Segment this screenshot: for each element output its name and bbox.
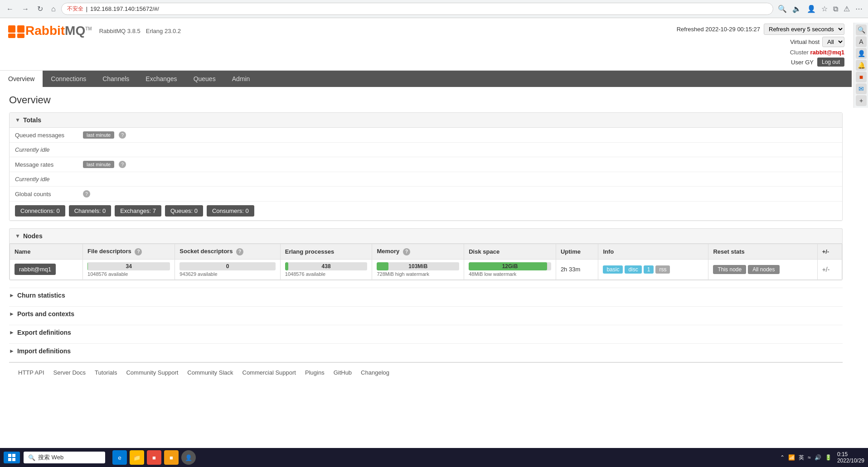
favorites-btn[interactable]: ☆ [820, 3, 829, 15]
totals-section: ▼ Totals Queued messages last minute ? C… [9, 112, 843, 221]
svg-rect-2 [8, 34, 15, 38]
totals-arrow: ▼ [15, 117, 20, 123]
consumers-count-btn[interactable]: Consumers: 0 [207, 205, 254, 217]
memory-bar: 103MiB [377, 262, 459, 270]
forward-button[interactable]: → [19, 3, 32, 15]
memory-help[interactable]: ? [403, 248, 410, 255]
logout-button[interactable]: Log out [817, 58, 844, 67]
reset-buttons: This node All nodes [713, 265, 812, 274]
tag-disc[interactable]: disc [625, 265, 641, 274]
tab-admin[interactable]: Admin [224, 71, 258, 87]
ext-notification-icon[interactable]: 🔔 [856, 60, 867, 71]
collapsibles: ► Churn statistics ► Ports and contexts … [9, 288, 843, 358]
footer-commercial-support[interactable]: Commercial Support [242, 369, 296, 376]
footer-github[interactable]: GitHub [334, 369, 352, 376]
node-row: rabbit@mq1 34 1048576 available [10, 259, 842, 279]
tab-exchanges[interactable]: Exchanges [137, 71, 185, 87]
ext-plus-icon[interactable]: + [856, 95, 867, 106]
info-tags: basic disc 1 rss [603, 265, 703, 274]
totals-title: Totals [23, 116, 41, 124]
queued-messages-status-row: Currently idle [10, 143, 842, 157]
search-icon-btn[interactable]: 🔍 [776, 3, 789, 15]
disk-bar: 12GiB [469, 262, 551, 270]
logo-area: RabbitMQTM RabbitMQ 3.8.5 Erlang 23.0.2 [7, 22, 181, 40]
menu-btn[interactable]: ⋯ [853, 3, 864, 15]
queued-messages-row: Queued messages last minute ? [10, 128, 842, 143]
logo-tm: TM [85, 26, 92, 31]
socket-desc-help[interactable]: ? [236, 248, 243, 255]
ext-office-icon[interactable]: ■ [856, 72, 867, 82]
tag-1[interactable]: 1 [644, 265, 654, 274]
ext-search-icon[interactable]: 🔍 [856, 24, 867, 35]
export-definitions-header[interactable]: ► Export definitions [9, 325, 843, 340]
channels-count-btn[interactable]: Channels: 0 [69, 205, 111, 217]
ext-mail-icon[interactable]: ✉ [856, 83, 867, 94]
ports-contexts-header[interactable]: ► Ports and contexts [9, 306, 843, 321]
queued-messages-help[interactable]: ? [119, 131, 126, 139]
queues-count-btn[interactable]: Queues: 0 [165, 205, 203, 217]
tab-queues[interactable]: Queues [185, 71, 224, 87]
footer-plugins[interactable]: Plugins [305, 369, 325, 376]
tag-basic[interactable]: basic [603, 265, 623, 274]
nodes-header[interactable]: ▼ Nodes [9, 228, 843, 243]
footer-changelog[interactable]: Changelog [361, 369, 389, 376]
refresh-button[interactable]: ↻ [34, 3, 46, 15]
file-desc-value: 34 [87, 262, 170, 270]
tab-overview[interactable]: Overview [0, 71, 43, 87]
ext-translate-icon[interactable]: A [856, 36, 867, 47]
erlang-proc-cell: 438 1048576 available [280, 259, 372, 279]
message-rates-badge[interactable]: last minute [83, 161, 114, 168]
nodes-table-head: Name File descriptors ? Socket descripto… [10, 244, 842, 260]
footer-server-docs[interactable]: Server Docs [53, 369, 86, 376]
footer-community-slack[interactable]: Community Slack [187, 369, 233, 376]
logo-icon [7, 22, 25, 40]
import-definitions-header[interactable]: ► Import definitions [9, 343, 843, 358]
ext-user-icon[interactable]: 👤 [856, 48, 867, 59]
profile-btn[interactable]: 👤 [805, 3, 818, 15]
tag-rss[interactable]: rss [655, 265, 670, 274]
exchanges-count-btn[interactable]: Exchanges: 7 [115, 205, 161, 217]
node-name-cell: rabbit@mq1 [10, 259, 83, 279]
reset-cell: This node All nodes [708, 259, 817, 279]
memory-sub: 728MiB high watermark [377, 271, 459, 277]
url-separator: | [86, 5, 87, 12]
churn-statistics-header[interactable]: ► Churn statistics [9, 288, 843, 303]
footer-tutorials[interactable]: Tutorials [95, 369, 117, 376]
ports-title: Ports and contexts [17, 310, 74, 318]
footer-http-api[interactable]: HTTP API [18, 369, 44, 376]
logo-text: RabbitMQTM [25, 24, 92, 38]
extensions-btn[interactable]: ⚠ [842, 3, 852, 15]
all-nodes-btn[interactable]: All nodes [748, 265, 779, 274]
nodes-arrow: ▼ [15, 233, 20, 239]
ports-contexts-section: ► Ports and contexts [9, 306, 843, 321]
home-button[interactable]: ⌂ [48, 3, 58, 15]
tab-channels[interactable]: Channels [94, 71, 137, 87]
churn-statistics-section: ► Churn statistics [9, 288, 843, 303]
refresh-select[interactable]: Refresh every 5 seconds [764, 24, 844, 35]
col-memory: Memory ? [372, 244, 464, 260]
address-bar[interactable]: 不安全 | 192.168.197.140:15672/#/ [61, 3, 773, 15]
vhost-select[interactable]: All [822, 37, 844, 47]
nav-tabs: Overview Connections Channels Exchanges … [0, 71, 852, 87]
footer: HTTP API Server Docs Tutorials Community… [9, 362, 843, 382]
tab-connections[interactable]: Connections [43, 71, 94, 87]
connections-count-btn[interactable]: Connections: 0 [15, 205, 65, 217]
message-rates-help[interactable]: ? [119, 161, 126, 168]
back-button[interactable]: ← [4, 3, 16, 15]
page-title: Overview [9, 94, 843, 106]
global-counts-label: Global counts [15, 191, 78, 197]
queued-messages-badge[interactable]: last minute [83, 131, 114, 139]
totals-header[interactable]: ▼ Totals [10, 113, 842, 128]
plus-minus-icon[interactable]: +/- [822, 266, 830, 273]
global-counts-help[interactable]: ? [83, 190, 90, 197]
svg-rect-3 [17, 34, 24, 38]
message-rates-status-row: Currently idle [10, 172, 842, 187]
file-desc-help[interactable]: ? [135, 248, 142, 255]
this-node-btn[interactable]: This node [713, 265, 746, 274]
footer-community-support[interactable]: Community Support [126, 369, 178, 376]
erlang-version: Erlang 23.0.2 [146, 28, 181, 34]
read-aloud-btn[interactable]: 🔈 [790, 3, 803, 15]
collections-btn[interactable]: ⧉ [831, 3, 840, 15]
churn-title: Churn statistics [17, 292, 65, 299]
user-row: User GY Log out [791, 58, 844, 67]
